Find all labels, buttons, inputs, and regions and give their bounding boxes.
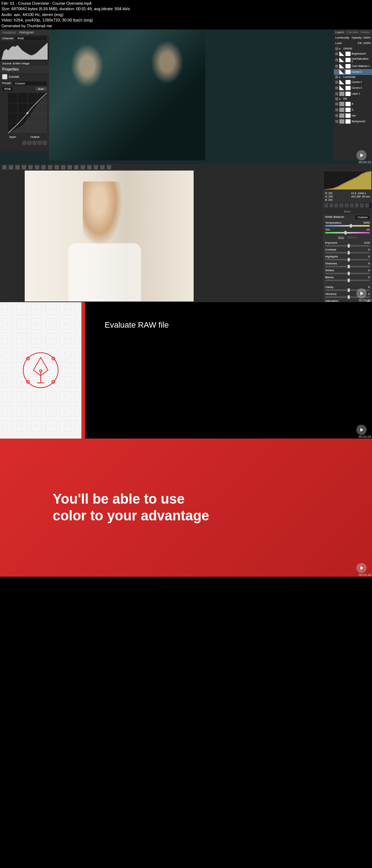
layer-name: Color Balance 1 (352, 65, 370, 67)
layer-item[interactable]: ▸GRADE (334, 47, 372, 51)
layer-item[interactable]: B (334, 101, 372, 107)
layer-item[interactable]: Curves 1 (334, 79, 372, 85)
canvas-image (49, 29, 205, 160)
layer-name: Curves 1 (352, 81, 362, 83)
pen-tool-icon (19, 348, 62, 392)
basic-header: Basic (324, 209, 371, 214)
exposure-slider[interactable]: Exposure0.00 (324, 240, 371, 247)
file-metadata: File: 01 - Course Overview - Course Over… (0, 0, 372, 29)
timestamp: 00:00:42 (359, 299, 371, 302)
photoshop-left-panels: Navigator Histogram Channel: RGB Source:… (0, 29, 49, 151)
curves-channel-row[interactable]: RGB Auto (0, 86, 49, 92)
visibility-icon[interactable] (335, 87, 338, 89)
curves-indicator: Curves (0, 73, 49, 81)
play-icon[interactable] (356, 288, 367, 299)
layer-name: Luminosity (343, 76, 355, 78)
thumbnail-1: Navigator Histogram Channel: RGB Source:… (0, 29, 372, 164)
layers-tab[interactable]: Layers (335, 31, 344, 34)
auto-link[interactable]: Auto (338, 236, 344, 239)
layer-name: Curves 3 (352, 87, 362, 89)
visibility-icon[interactable] (335, 108, 338, 111)
shadows-slider[interactable]: Shadows0 (324, 261, 371, 268)
layer-name: Background (352, 120, 365, 123)
histogram-display (0, 41, 49, 61)
visibility-icon[interactable] (335, 120, 338, 123)
layer-item[interactable]: Hue/Saturation 1 (334, 57, 372, 63)
visibility-icon[interactable] (335, 59, 338, 61)
blend-mode-row[interactable]: Luminosity Opacity: 100% (334, 35, 372, 40)
blacks-slider[interactable]: Blacks0 (324, 275, 371, 282)
play-icon[interactable] (356, 425, 367, 435)
layer-item[interactable]: Layer 1 (334, 91, 372, 97)
preset-selector[interactable]: Preset: Custom (0, 81, 49, 86)
lock-fill-row[interactable]: Lock: Fill: 100% (334, 40, 372, 46)
play-icon[interactable] (356, 150, 367, 160)
layer-item[interactable]: Background (334, 119, 372, 124)
layers-panel: Layers Channels History Luminosity Opaci… (334, 29, 372, 160)
rgb-readout: R: 231 G: 229 B: 232 f/1.8 1/640 s ISO 2… (324, 191, 371, 202)
channel-selector[interactable]: Channel: RGB (0, 36, 49, 41)
acr-histogram (324, 171, 371, 189)
layer-name: S (352, 108, 353, 111)
acr-toolbar[interactable] (0, 164, 372, 171)
white-balance-selector[interactable]: White Balance: Custom (324, 214, 371, 220)
timestamp: 00:00:22 (359, 160, 371, 164)
tint-slider[interactable]: Tint-10 (324, 227, 371, 234)
temp-slider[interactable]: Temperature5050 (324, 220, 371, 227)
properties-footer-icons[interactable] (0, 139, 49, 147)
svg-point-7 (27, 112, 28, 114)
acr-basic-panel: R: 231 G: 229 B: 232 f/1.8 1/640 s ISO 2… (323, 171, 372, 301)
histogram-tabs[interactable]: Navigator Histogram (0, 29, 49, 36)
layer-name: Curves 2 (352, 71, 362, 73)
default-link[interactable]: Default (348, 236, 357, 239)
layer-name: Brightness/C (352, 52, 366, 55)
channels-tab[interactable]: Channels (346, 31, 359, 34)
layer-name: DB (343, 97, 347, 100)
properties-header: Properties (0, 66, 49, 73)
visibility-icon[interactable] (335, 114, 338, 117)
layer-item[interactable]: eye (334, 113, 372, 119)
visibility-icon[interactable] (335, 71, 338, 73)
visibility-icon[interactable] (335, 92, 338, 95)
histogram-tab[interactable]: Histogram (19, 31, 34, 34)
visibility-icon[interactable] (335, 52, 338, 55)
red-accent-bar (81, 302, 85, 439)
layer-name: B (352, 103, 353, 105)
whites-slider[interactable]: Whites0 (324, 268, 371, 275)
visibility-icon[interactable] (335, 81, 338, 84)
curves-graph[interactable] (2, 93, 47, 133)
layer-item[interactable]: Curves 2 (334, 69, 372, 75)
slide-text-area: Evaluate RAW file (85, 302, 372, 439)
curves-icon (2, 74, 7, 79)
thumbnail-4: You'll be able to use color to your adva… (0, 439, 372, 577)
history-tab[interactable]: History (361, 31, 370, 34)
timestamp: 00:01:24 (359, 573, 371, 577)
layer-item[interactable]: Color Balance 1 (334, 63, 372, 69)
input-output-row: Input: Output: (0, 135, 49, 139)
layer-list[interactable]: ▸GRADEBrightness/CHue/Saturation 1Color … (334, 46, 372, 125)
layer-item[interactable]: Curves 3 (334, 85, 372, 91)
visibility-icon[interactable] (335, 65, 338, 68)
visibility-icon[interactable] (335, 103, 338, 105)
layer-item[interactable]: Brightness/C (334, 51, 372, 57)
contrast-slider[interactable]: Contrast0 (324, 247, 371, 254)
layer-name: GRADE (343, 47, 352, 50)
visibility-icon[interactable] (335, 76, 338, 79)
play-icon[interactable] (356, 563, 367, 573)
acr-preview (25, 171, 194, 301)
acr-tab-icons[interactable] (324, 203, 371, 208)
layers-tabs[interactable]: Layers Channels History (334, 29, 372, 35)
highlights-slider[interactable]: Highlights0 (324, 254, 371, 261)
layer-name: Hue/Saturation 1 (352, 57, 371, 63)
navigator-tab[interactable]: Navigator (2, 31, 16, 34)
visibility-icon[interactable] (335, 97, 338, 100)
auto-default-row[interactable]: AutoDefault (324, 234, 371, 240)
auto-button[interactable]: Auto (35, 87, 47, 91)
thumbnail-3: Evaluate RAW file 00:01:04 (0, 302, 372, 439)
layer-item[interactable]: ▸DB (334, 97, 372, 101)
layer-item[interactable]: S (334, 107, 372, 113)
visibility-icon[interactable] (335, 47, 338, 50)
layer-name: eye (352, 114, 356, 117)
timestamp: 00:01:04 (359, 435, 371, 439)
layer-item[interactable]: ▸Luminosity (334, 75, 372, 79)
